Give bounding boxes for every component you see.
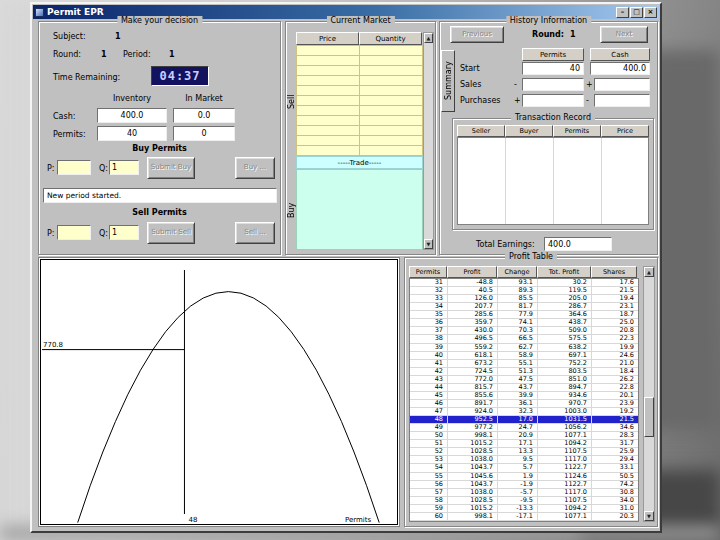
tot-profit-column-header[interactable]: Tot. Profit xyxy=(537,266,591,278)
profit-table-cell: 438.7 xyxy=(538,319,592,326)
profit-table-row[interactable]: 591015.2-13.31094.231.0 xyxy=(410,505,638,513)
profit-table-cell: 724.5 xyxy=(448,368,498,375)
buy-price-input[interactable] xyxy=(57,160,91,175)
profit-table-cell: 45 xyxy=(410,392,448,399)
profit-table-cell: 46 xyxy=(410,400,448,407)
profit-table-cell: 1077.1 xyxy=(538,432,592,439)
buy-button[interactable]: Buy ... xyxy=(235,157,275,179)
profit-table-row[interactable]: 38496.566.5575.522.3 xyxy=(410,335,638,343)
maximize-button[interactable]: □ xyxy=(630,7,643,18)
market-sell-row[interactable] xyxy=(297,126,423,136)
profit-table-cell: 36.1 xyxy=(498,400,538,407)
profit-table-row[interactable]: 561043.7-1.91122.774.2 xyxy=(410,481,638,489)
profit-table-cell: 28.3 xyxy=(592,432,638,439)
profit-table-cell: 47.5 xyxy=(498,376,538,383)
profit-table-row[interactable]: 35285.677.9364.618.7 xyxy=(410,311,638,319)
profit-table-row[interactable]: 541043.75.71122.733.1 xyxy=(410,464,638,472)
profit-table-row[interactable]: 531038.09.51117.029.4 xyxy=(410,456,638,464)
profit-table-row[interactable]: 31-48.893.130.217.6 xyxy=(410,279,638,287)
profit-table-row[interactable]: 521028.513.31107.525.9 xyxy=(410,448,638,456)
permits-column-header[interactable]: Permits xyxy=(409,266,447,278)
profit-table-cell: 697.1 xyxy=(538,352,592,359)
decision-panel-title: Make your decision xyxy=(117,16,202,25)
market-scrollbar[interactable]: ▲ ▼ xyxy=(423,32,434,250)
profit-table-cell: 1003.0 xyxy=(538,408,592,415)
sell-quantity-input[interactable] xyxy=(109,225,139,240)
market-sell-row[interactable] xyxy=(297,76,423,86)
buyer-column-header[interactable]: Buyer xyxy=(505,125,553,137)
profit-table-row[interactable]: 60998.1-17.11077.120.3 xyxy=(410,513,638,521)
submit-sell-button[interactable]: Submit Sell xyxy=(147,222,195,244)
profit-table-cell: 803.5 xyxy=(538,368,592,375)
profit-table-row[interactable]: 49977.224.71056.234.6 xyxy=(410,424,638,432)
profit-table-cell: 13.3 xyxy=(498,448,538,455)
profit-table-row[interactable]: 46891.736.1970.723.9 xyxy=(410,400,638,408)
profit-table-row[interactable]: 40618.158.9697.124.6 xyxy=(410,352,638,360)
profit-table-cell: 894.7 xyxy=(538,384,592,391)
transaction-record-body[interactable] xyxy=(457,137,649,225)
market-sell-row[interactable] xyxy=(297,106,423,116)
profit-table-cell: 1077.1 xyxy=(538,513,592,520)
shares-column-header[interactable]: Shares xyxy=(591,266,637,278)
change-column-header[interactable]: Change xyxy=(497,266,537,278)
buy-quantity-input[interactable] xyxy=(109,160,139,175)
market-sell-row[interactable] xyxy=(297,136,423,146)
profit-table-scrollbar[interactable]: ▲ ▼ xyxy=(643,266,655,522)
market-sell-row[interactable] xyxy=(297,46,423,56)
submit-buy-button[interactable]: Submit Buy xyxy=(147,157,195,179)
app-icon[interactable] xyxy=(35,8,44,17)
quantity-column-header[interactable]: Quantity xyxy=(359,32,422,45)
profit-table-row[interactable]: 42724.551.3803.518.4 xyxy=(410,368,638,376)
permits-column-header[interactable]: Permits xyxy=(553,125,601,137)
history-cash-header[interactable]: Cash xyxy=(590,48,650,61)
profit-table-row[interactable]: 551045.61.91124.650.5 xyxy=(410,473,638,481)
profit-table-row[interactable]: 45855.639.9934.620.1 xyxy=(410,392,638,400)
market-sell-row[interactable] xyxy=(297,56,423,66)
profit-scroll-up-button[interactable]: ▲ xyxy=(644,267,654,277)
close-button[interactable]: × xyxy=(644,7,657,18)
market-sell-row[interactable] xyxy=(297,96,423,106)
profit-table-row[interactable]: 50998.120.91077.128.3 xyxy=(410,432,638,440)
price-column-header[interactable]: Price xyxy=(296,32,359,45)
minimize-button[interactable]: – xyxy=(616,7,629,18)
sell-button[interactable]: Sell ... xyxy=(235,222,275,244)
history-permits-header[interactable]: Permits xyxy=(522,48,584,61)
profit-table-row[interactable]: 41673.255.1752.221.0 xyxy=(410,360,638,368)
next-round-button[interactable]: Next xyxy=(600,26,648,43)
price-column-header[interactable]: Price xyxy=(601,125,649,137)
previous-round-button[interactable]: Previous xyxy=(450,26,504,43)
profit-table-row[interactable]: 571038.0-5.71117.030.8 xyxy=(410,489,638,497)
market-scroll-down-button[interactable]: ▼ xyxy=(424,239,433,249)
history-round-value: 1 xyxy=(570,30,576,39)
market-sell-row[interactable] xyxy=(297,116,423,126)
profit-table-row[interactable]: 581028.5-9.51107.534.0 xyxy=(410,497,638,505)
purchases-cash-sign: - xyxy=(586,96,589,105)
profit-table-row[interactable]: 511015.217.11094.231.7 xyxy=(410,440,638,448)
market-scroll-up-button[interactable]: ▲ xyxy=(424,33,433,43)
market-buy-book[interactable] xyxy=(296,169,423,250)
profit-table-row[interactable]: 48952.517.01031.521.5 xyxy=(410,416,638,424)
profit-table-row[interactable]: 44815.743.7894.722.8 xyxy=(410,384,638,392)
profit-scroll-down-button[interactable]: ▼ xyxy=(644,511,654,521)
market-sell-row[interactable] xyxy=(297,66,423,76)
profit-table-cell: 74.1 xyxy=(498,319,538,326)
profit-table-row[interactable]: 43772.047.5851.026.2 xyxy=(410,376,638,384)
profit-table-row[interactable]: 47924.032.31003.019.2 xyxy=(410,408,638,416)
profit-table-row[interactable]: 34207.781.7286.723.1 xyxy=(410,303,638,311)
profit-table-row[interactable]: 33126.085.5205.019.4 xyxy=(410,295,638,303)
market-sell-row[interactable] xyxy=(297,146,423,156)
market-sell-book[interactable] xyxy=(296,45,423,156)
seller-column-header[interactable]: Seller xyxy=(457,125,505,137)
profit-column-header[interactable]: Profit xyxy=(447,266,497,278)
summary-tab[interactable]: Summary xyxy=(441,50,455,112)
market-sell-row[interactable] xyxy=(297,86,423,96)
profit-table-row[interactable]: 3240.589.3119.521.5 xyxy=(410,287,638,295)
sell-price-input[interactable] xyxy=(57,225,91,240)
profit-table-row[interactable]: 36359.774.1438.725.0 xyxy=(410,319,638,327)
profit-table-row[interactable]: 39559.262.7638.219.9 xyxy=(410,344,638,352)
profit-table-cell: 23.1 xyxy=(592,303,638,310)
profit-scrollbar-thumb[interactable] xyxy=(644,397,654,437)
profit-table-cell: -13.3 xyxy=(498,505,538,512)
permits-inventory-field: 40 xyxy=(97,126,167,141)
profit-table-row[interactable]: 37430.070.3509.020.8 xyxy=(410,327,638,335)
